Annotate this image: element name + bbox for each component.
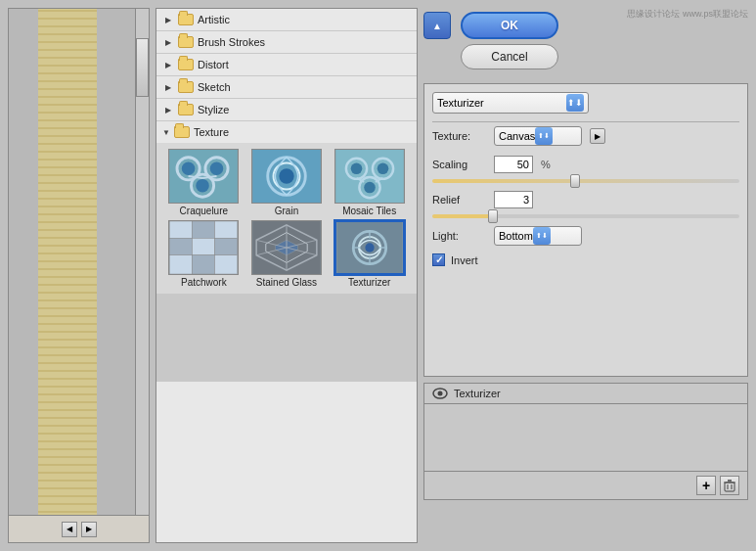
settings-title-select[interactable]: Texturizer ⬆⬇ xyxy=(432,92,589,114)
settings-header-row: Texturizer ⬆⬇ xyxy=(432,92,739,114)
expand-arrow-sketch: ▶ xyxy=(162,81,174,93)
svg-rect-26 xyxy=(170,238,193,254)
effects-panel: Texturizer + xyxy=(423,383,748,500)
invert-label: Invert xyxy=(451,254,478,266)
relief-slider-track[interactable] xyxy=(432,214,739,218)
preview-scrollbar[interactable] xyxy=(135,9,149,515)
texture-value: Canvas xyxy=(499,130,535,142)
preview-canvas xyxy=(9,9,149,515)
category-artistic: ▶ Artistic xyxy=(156,9,417,31)
expand-arrow-brush-strokes: ▶ xyxy=(162,36,174,48)
effects-title: Texturizer xyxy=(454,388,501,399)
thumb-grain[interactable]: Grain xyxy=(247,149,327,216)
svg-rect-23 xyxy=(170,221,193,238)
filter-list-panel: ▶ Artistic ▶ Brush Strokes ▶ Distort xyxy=(156,8,418,543)
category-row-sketch[interactable]: ▶ Sketch xyxy=(156,76,417,98)
scrollbar-thumb[interactable] xyxy=(136,38,149,97)
add-effect-button[interactable]: + xyxy=(696,476,716,495)
scaling-value[interactable]: 50 xyxy=(494,156,533,173)
category-distort: ▶ Distort xyxy=(156,54,417,76)
visibility-eye-icon[interactable] xyxy=(432,388,448,399)
category-row-texture[interactable]: ▼ Texture xyxy=(156,121,417,143)
category-row-distort[interactable]: ▶ Distort xyxy=(156,54,417,75)
thumb-texturizer[interactable]: Texturizer xyxy=(330,220,409,288)
scaling-slider-container xyxy=(432,179,739,183)
nav-up-button[interactable]: ▲ xyxy=(423,12,451,39)
expand-arrow-distort: ▶ xyxy=(162,59,174,70)
category-label-sketch: Sketch xyxy=(198,81,231,93)
thumb-mosaic-tiles[interactable]: Mosaic Tiles xyxy=(330,149,409,216)
invert-checkbox[interactable]: ✓ xyxy=(432,253,445,266)
light-row: Light: Bottom ⬆⬇ xyxy=(432,226,739,246)
filter-list: ▶ Artistic ▶ Brush Strokes ▶ Distort xyxy=(156,9,417,542)
scaling-row: Scaling 50 % xyxy=(432,156,739,173)
texture-row: Texture: Canvas ⬆⬇ ▶ xyxy=(432,126,739,146)
thumb-label-patchwork: Patchwork xyxy=(181,277,227,288)
svg-point-2 xyxy=(182,162,196,176)
checkbox-check-icon: ✓ xyxy=(435,254,443,265)
effects-header: Texturizer xyxy=(424,384,747,404)
thumb-stained-glass[interactable]: Stained Glass xyxy=(247,220,327,288)
nav-up-icon: ▲ xyxy=(432,21,442,31)
svg-rect-29 xyxy=(170,255,193,274)
category-row-brush-strokes[interactable]: ▶ Brush Strokes xyxy=(156,31,417,53)
texture-select-arrow-icon: ⬆⬇ xyxy=(535,127,553,145)
thumb-label-craquelure: Craquelure xyxy=(180,206,228,216)
thumb-img-stained-glass xyxy=(251,220,322,275)
settings-panel: Texturizer ⬆⬇ Texture: Canvas ⬆⬇ ▶ Scali… xyxy=(423,83,748,377)
settings-title-text: Texturizer xyxy=(437,97,484,109)
folder-icon-texture xyxy=(174,126,190,138)
ok-button[interactable]: OK xyxy=(461,12,558,39)
canvas-texture-preview xyxy=(38,9,97,515)
thumb-img-patchwork xyxy=(168,220,239,275)
watermark-text: 思缘设计论坛 www.ps联盟论坛 xyxy=(627,8,748,21)
thumb-img-mosaic-tiles xyxy=(334,149,405,204)
relief-row: Relief 3 xyxy=(432,191,739,208)
expand-arrow-artistic: ▶ xyxy=(162,14,174,25)
category-texture: ▼ Texture xyxy=(156,121,417,294)
thumb-craquelure[interactable]: Craquelure xyxy=(164,149,244,216)
relief-slider-thumb[interactable] xyxy=(488,209,498,223)
preview-nav-bar: ◀ ▶ xyxy=(9,515,149,542)
category-label-distort: Distort xyxy=(198,59,229,70)
invert-row: ✓ Invert xyxy=(432,253,739,266)
svg-point-48 xyxy=(438,391,443,396)
expand-arrow-texture: ▼ xyxy=(162,128,170,137)
category-row-artistic[interactable]: ▶ Artistic xyxy=(156,9,417,30)
effects-footer: + xyxy=(424,471,747,499)
cancel-button[interactable]: Cancel xyxy=(461,44,558,69)
nav-prev-button[interactable]: ◀ xyxy=(62,522,77,537)
relief-slider-container xyxy=(432,214,739,218)
relief-value[interactable]: 3 xyxy=(494,191,533,208)
delete-effect-button[interactable] xyxy=(720,476,739,495)
svg-point-42 xyxy=(365,243,374,252)
settings-title-arrow-icon: ⬆⬇ xyxy=(566,94,584,112)
texture-select[interactable]: Canvas ⬆⬇ xyxy=(494,126,582,146)
folder-icon-artistic xyxy=(178,14,194,25)
light-select-arrow-icon: ⬆⬇ xyxy=(533,227,551,245)
light-select[interactable]: Bottom ⬆⬇ xyxy=(494,226,582,246)
svg-point-6 xyxy=(197,179,209,193)
category-row-stylize[interactable]: ▶ Stylize xyxy=(156,99,417,120)
svg-rect-27 xyxy=(193,238,215,254)
category-brush-strokes: ▶ Brush Strokes xyxy=(156,31,417,54)
texture-play-button[interactable]: ▶ xyxy=(590,128,605,144)
thumb-patchwork[interactable]: Patchwork xyxy=(164,220,244,288)
category-label-artistic: Artistic xyxy=(198,14,230,25)
filter-list-empty-area xyxy=(156,294,417,382)
category-label-brush-strokes: Brush Strokes xyxy=(198,36,265,48)
thumb-label-texturizer: Texturizer xyxy=(348,277,390,288)
thumb-img-grain xyxy=(251,149,322,204)
scaling-slider-track[interactable] xyxy=(432,179,739,183)
thumb-label-grain: Grain xyxy=(275,206,298,216)
texture-thumbnails-grid: Craquelure Gr xyxy=(156,143,417,294)
scaling-slider-thumb[interactable] xyxy=(570,174,580,188)
play-icon: ▶ xyxy=(595,132,600,141)
light-label: Light: xyxy=(432,230,486,242)
svg-rect-28 xyxy=(215,238,238,254)
folder-icon-brush-strokes xyxy=(178,36,194,48)
light-value: Bottom xyxy=(499,230,533,242)
expand-arrow-stylize: ▶ xyxy=(162,104,174,115)
nav-next-button[interactable]: ▶ xyxy=(81,522,97,537)
preview-panel: ◀ ▶ xyxy=(8,8,150,543)
